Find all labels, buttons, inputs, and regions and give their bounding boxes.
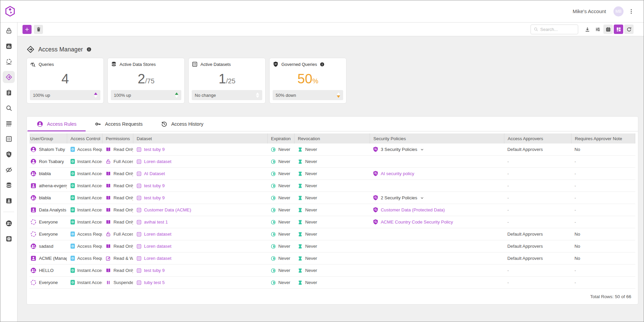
sidebar-item-route[interactable] <box>0 69 17 85</box>
stat-card-queries: Queries 4 100% up <box>27 58 104 104</box>
chevron-down-icon[interactable] <box>420 196 424 200</box>
kebab-menu-icon[interactable] <box>628 8 634 14</box>
approver-note-cell: No <box>571 256 635 261</box>
download-button[interactable] <box>583 25 592 34</box>
search-box[interactable] <box>531 25 578 34</box>
permissions-cell: Read Only <box>102 219 133 225</box>
user-group-cell: Everyone <box>30 219 67 225</box>
dataset-link[interactable]: Loren dataset <box>144 159 171 164</box>
column-header[interactable]: Access Approvers <box>504 133 571 144</box>
table-row: Shalom Tuby Access Request Read Only tes… <box>30 144 635 156</box>
trash-icon <box>36 27 41 32</box>
tab-access-history[interactable]: Access History <box>152 117 213 131</box>
rows-icon <box>5 120 12 127</box>
dataset-link[interactable]: AI Dataset <box>144 171 165 176</box>
everyone-icon <box>30 231 37 237</box>
security-policy-link[interactable]: Customer Data (Protected Data) <box>381 207 445 212</box>
column-header[interactable]: Dataset <box>133 133 267 144</box>
permissions-cell: Full Access <box>102 159 133 164</box>
hourglass-icon <box>297 171 303 176</box>
sidebar-item-search[interactable] <box>0 100 17 116</box>
sidebar-item-eye-off[interactable] <box>0 162 17 177</box>
hourglass-icon <box>297 256 303 261</box>
shield-wave-icon <box>273 61 279 67</box>
dataset-link[interactable]: Customer Data (ACME) <box>144 207 191 212</box>
book-icon <box>105 195 111 201</box>
dataset-grid-icon <box>136 232 142 237</box>
tab-access-requests[interactable]: Access Requests <box>86 117 152 131</box>
refresh-button[interactable] <box>624 25 634 34</box>
column-header[interactable]: Access Control <box>67 133 102 144</box>
security-policies-cell: 2 Security Policies <box>370 195 504 201</box>
security-policy-link[interactable]: AI security policy <box>381 171 414 176</box>
access-manager-icon <box>27 45 35 53</box>
info-icon[interactable] <box>86 47 92 52</box>
column-header[interactable]: Expiration <box>267 133 294 144</box>
dataset-link[interactable]: avihai test 1 <box>144 219 168 225</box>
revocation-cell: Never <box>294 219 370 225</box>
sidebar-item-database[interactable] <box>0 177 17 193</box>
access-approvers-cell: - <box>504 280 571 285</box>
revocation-cell: Never <box>294 159 370 164</box>
permissions-cell: Suspended <box>102 280 133 285</box>
sidebar-item-scan[interactable] <box>0 54 17 69</box>
brand-logo-icon[interactable] <box>5 6 15 17</box>
sidebar-item-id-card[interactable] <box>0 193 17 208</box>
dataset-link[interactable]: test tuby 9 <box>144 183 165 188</box>
permissions-cell: Read & Write <box>102 255 133 261</box>
column-header[interactable]: Permissions <box>102 133 133 144</box>
column-header[interactable]: Security Policies <box>370 133 504 144</box>
filter-button[interactable] <box>593 25 602 34</box>
table-row: blabla Instant Access Read Only test tub… <box>30 192 635 204</box>
info-icon[interactable] <box>320 62 325 67</box>
sidebar-item-lock[interactable] <box>0 23 17 38</box>
dataset-link[interactable]: test tuby 9 <box>144 195 165 200</box>
security-policies-dropdown[interactable]: 3 Security Policies <box>381 147 417 152</box>
calendar-button[interactable] <box>603 25 613 34</box>
tab-access-rules[interactable]: Access Rules <box>28 117 86 131</box>
add-button[interactable] <box>22 25 32 34</box>
dataset-link[interactable]: Loren dataset <box>144 232 171 237</box>
dataset-link[interactable]: Loren dataset <box>144 256 171 261</box>
user-square-icon <box>30 183 37 189</box>
view-grid-button[interactable] <box>614 25 623 34</box>
sidebar-item-shield-search[interactable] <box>0 147 17 162</box>
dataset-link[interactable]: test tuby 9 <box>144 147 165 152</box>
dataset-cell: test tuby 9 <box>133 147 267 152</box>
user-group-name: sadasd <box>39 244 53 249</box>
sidebar-item-rows[interactable] <box>0 116 17 131</box>
dataset-grid-icon <box>136 244 142 249</box>
dataset-link[interactable]: test tuby 9 <box>144 268 165 273</box>
sidebar-item-clipboard[interactable] <box>0 85 17 100</box>
search-input[interactable] <box>540 27 575 32</box>
column-header[interactable]: User/Group <box>30 133 67 144</box>
user-group-cell: Everyone <box>30 231 67 237</box>
security-policies-dropdown[interactable]: 2 Security Policies <box>381 195 417 200</box>
expiration-cell: Never <box>267 159 294 164</box>
delete-button[interactable] <box>34 25 43 34</box>
hourglass-icon <box>297 219 303 225</box>
sidebar-item-bar-chart[interactable] <box>0 38 17 54</box>
account-name[interactable]: Mike's Account <box>572 8 606 14</box>
dataset-link[interactable]: tuby test 5 <box>144 280 165 285</box>
dashboard-grid-icon <box>616 27 622 32</box>
permissions-cell: Read Only <box>102 171 133 176</box>
column-header[interactable]: Revocation <box>294 133 370 144</box>
sidebar-item-people[interactable] <box>0 215 17 231</box>
security-policy-link[interactable]: ACME Country Code Security Policy <box>381 219 453 225</box>
approver-note-cell: - <box>571 159 635 164</box>
access-control-badge-icon <box>70 171 75 176</box>
access-control-badge-icon <box>70 268 75 273</box>
dataset-cell: Loren dataset <box>133 159 267 164</box>
stat-value: 1/25 <box>192 67 262 90</box>
dataset-link[interactable]: Loren dataset <box>144 244 171 249</box>
sidebar-item-gear[interactable] <box>0 231 17 246</box>
sidebar-item-grid[interactable] <box>0 131 17 147</box>
column-header[interactable]: Requires Approver Note <box>571 133 635 144</box>
book-icon <box>105 219 111 225</box>
user-group-name: Everyone <box>39 280 58 285</box>
stat-value: 50% <box>273 67 343 90</box>
avatar[interactable]: MB <box>613 6 624 16</box>
access-control-cell: Instant Access <box>67 207 102 213</box>
chevron-down-icon[interactable] <box>420 147 424 152</box>
